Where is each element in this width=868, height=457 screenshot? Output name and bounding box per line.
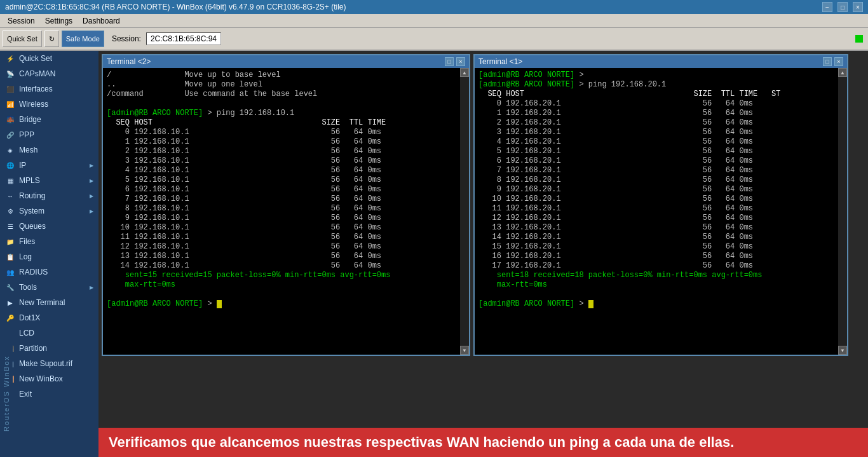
terminal-2-window: Terminal <2> □ × / Move up to base level…: [102, 54, 470, 356]
sidebar-label-files: Files: [19, 237, 35, 246]
terminal-1-scrollbar[interactable]: ▲ ▼: [838, 68, 847, 355]
sidebar-item-exit[interactable]: ✖Exit: [0, 386, 98, 402]
sidebar-label-wireless: Wireless: [19, 100, 48, 109]
sidebar-item-tools[interactable]: 🔧Tools: [0, 280, 98, 295]
sidebar-item-make-supout[interactable]: 📄Make Supout.rif: [0, 356, 98, 371]
menu-session[interactable]: Session: [3, 15, 40, 27]
sidebar-label-dot1x: Dot1X: [19, 313, 40, 322]
sidebar-item-dot1x[interactable]: 🔑Dot1X: [0, 310, 98, 325]
routeros-winbox-label: RouterOS WinBox: [0, 330, 13, 457]
sidebar-item-capsman[interactable]: 📡CAPsMAN: [0, 66, 98, 81]
titlebar: admin@2C:C8:1B:65:8C:94 (RB ARCO NORTE) …: [0, 0, 868, 14]
ppp-icon: 🔗: [5, 130, 15, 140]
scroll-down-button[interactable]: ▼: [838, 346, 847, 355]
mpls-icon: ▦: [5, 175, 15, 186]
terminal-1-maximize[interactable]: □: [823, 57, 832, 66]
terminal-1-close[interactable]: ×: [834, 57, 843, 66]
toolbar: Quick Set ↻ Safe Mode Session: 2C:C8:1B:…: [0, 28, 868, 51]
sidebar-item-mpls[interactable]: ▦MPLS: [0, 173, 98, 188]
sidebar-label-lcd: LCD: [19, 329, 34, 338]
sidebar-label-interfaces: Interfaces: [19, 85, 53, 93]
dot1x-icon: 🔑: [5, 313, 15, 323]
log-icon: 📋: [5, 252, 15, 262]
terminal-2-close[interactable]: ×: [456, 57, 465, 66]
sidebar-label-new-winbox: New WinBox: [19, 374, 63, 383]
sidebar-item-radius[interactable]: 👥RADIUS: [0, 264, 98, 280]
sidebar-label-mpls: MPLS: [19, 176, 40, 185]
terminal-2-maximize[interactable]: □: [445, 57, 454, 66]
sidebar-label-quick-set: Quick Set: [19, 54, 52, 63]
sidebar-label-mesh: Mesh: [19, 146, 37, 154]
sidebar: ⚡Quick Set📡CAPsMAN⬛Interfaces📶Wireless🌉B…: [0, 51, 98, 457]
connection-indicator: [855, 35, 863, 43]
refresh-icon: ↻: [49, 35, 55, 43]
sidebar-item-interfaces[interactable]: ⬛Interfaces: [0, 81, 98, 97]
refresh-button[interactable]: ↻: [44, 31, 59, 47]
queues-icon: ☰: [5, 221, 15, 231]
terminal-1-title: Terminal <1>: [478, 57, 522, 66]
terminal-2-controls[interactable]: □ ×: [445, 57, 465, 66]
sidebar-item-ppp[interactable]: 🔗PPP: [0, 127, 98, 142]
sidebar-item-mesh[interactable]: ◈Mesh: [0, 142, 98, 158]
sidebar-item-ip[interactable]: 🌐IP: [0, 158, 98, 173]
close-button[interactable]: ×: [853, 2, 863, 12]
terminal-2-scrollbar[interactable]: ▲ ▼: [460, 68, 469, 355]
sidebar-label-routing: Routing: [19, 191, 45, 200]
scroll-down-button[interactable]: ▼: [460, 346, 469, 355]
scroll-track[interactable]: [460, 77, 469, 346]
main-area: ⚡Quick Set📡CAPsMAN⬛Interfaces📶Wireless🌉B…: [0, 51, 868, 457]
wireless-icon: 📶: [5, 99, 15, 109]
terminal-2-titlebar[interactable]: Terminal <2> □ ×: [103, 55, 469, 68]
sidebar-label-tools: Tools: [19, 283, 37, 292]
banner-text: Verificamos que alcancemos nuestras resp…: [109, 434, 734, 450]
sidebar-label-bridge: Bridge: [19, 115, 41, 124]
radius-icon: 👥: [5, 267, 15, 277]
sidebar-item-new-terminal[interactable]: ▶New Terminal: [0, 295, 98, 310]
banner-overlay: Verificamos que alcancemos nuestras resp…: [98, 428, 868, 457]
sidebar-item-routing[interactable]: ↔Routing: [0, 188, 98, 203]
sidebar-item-queues[interactable]: ☰Queues: [0, 219, 98, 234]
sidebar-item-partition[interactable]: 💾Partition: [0, 341, 98, 356]
maximize-button[interactable]: □: [837, 2, 848, 12]
scroll-up-button[interactable]: ▲: [838, 68, 847, 77]
sidebar-item-quick-set[interactable]: ⚡Quick Set: [0, 51, 98, 66]
capsman-icon: 📡: [5, 69, 15, 79]
mesh-icon: ◈: [5, 145, 15, 155]
terminal-1-body[interactable]: [admin@RB ARCO NORTE] > [admin@RB ARCO N…: [475, 68, 838, 355]
ip-icon: 🌐: [5, 160, 15, 170]
quick-set-button[interactable]: Quick Set: [3, 31, 42, 47]
scroll-up-button[interactable]: ▲: [460, 68, 469, 77]
files-icon: 📁: [5, 236, 15, 247]
minimize-button[interactable]: −: [822, 2, 832, 12]
quick-set-icon: ⚡: [5, 53, 15, 64]
menu-settings[interactable]: Settings: [40, 15, 78, 27]
sidebar-label-make-supout: Make Supout.rif: [19, 359, 72, 368]
session-label: Session:: [112, 34, 141, 43]
tools-icon: 🔧: [5, 282, 15, 292]
sidebar-label-ip: IP: [19, 161, 26, 170]
menu-dashboard[interactable]: Dashboard: [78, 15, 125, 27]
scroll-track[interactable]: [838, 77, 847, 346]
titlebar-title: admin@2C:C8:1B:65:8C:94 (RB ARCO NORTE) …: [5, 3, 346, 11]
safe-mode-button[interactable]: Safe Mode: [62, 31, 104, 47]
sidebar-item-bridge[interactable]: 🌉Bridge: [0, 112, 98, 127]
titlebar-controls[interactable]: − □ ×: [822, 2, 863, 12]
sidebar-item-system[interactable]: ⚙System: [0, 203, 98, 219]
sidebar-label-ppp: PPP: [19, 130, 34, 139]
sidebar-label-new-terminal: New Terminal: [19, 298, 65, 307]
sidebar-item-files[interactable]: 📁Files: [0, 234, 98, 249]
sidebar-item-wireless[interactable]: 📶Wireless: [0, 97, 98, 112]
terminal-1-titlebar[interactable]: Terminal <1> □ ×: [475, 55, 847, 68]
sidebar-item-lcd[interactable]: 🖥LCD: [0, 325, 98, 341]
terminal-2-title: Terminal <2>: [107, 57, 151, 66]
terminal-1-controls[interactable]: □ ×: [823, 57, 843, 66]
sidebar-item-log[interactable]: 📋Log: [0, 249, 98, 264]
bridge-icon: 🌉: [5, 114, 15, 125]
sidebar-label-log: Log: [19, 252, 32, 261]
sidebar-item-new-winbox[interactable]: 🪟New WinBox: [0, 371, 98, 386]
routing-icon: ↔: [5, 191, 15, 201]
terminal-1-window: Terminal <1> □ × [admin@RB ARCO NORTE] >…: [473, 54, 848, 356]
terminal-2-body[interactable]: / Move up to base level .. Move up one l…: [103, 68, 460, 355]
sidebar-label-queues: Queues: [19, 222, 46, 231]
sidebar-label-capsman: CAPsMAN: [19, 69, 55, 78]
